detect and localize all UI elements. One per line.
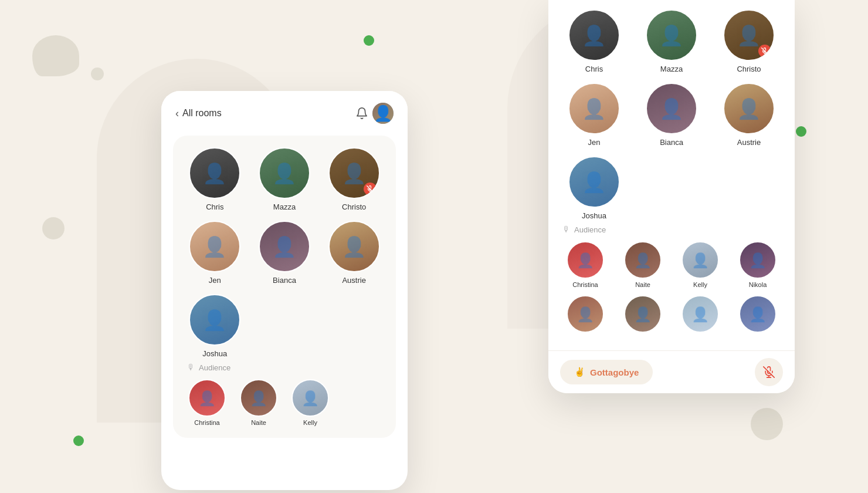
- audience-name: Christina: [194, 419, 219, 426]
- audience-avatar: 👤: [739, 241, 777, 279]
- speaker-avatar: 👤: [189, 294, 240, 346]
- blob-decoration-circle-right-bottom: [751, 408, 783, 440]
- speaker-name: Chris: [206, 202, 223, 211]
- audience-avatar: 👤: [624, 241, 662, 279]
- bell-icon[interactable]: [351, 103, 372, 124]
- right-phone-content: 👤Chris👤Mazza👤Christo👤Jen👤Bianca👤Austrie👤…: [548, 0, 795, 393]
- speaker-name: Jen: [588, 138, 601, 147]
- speaker-item[interactable]: 👤Joshua: [185, 294, 245, 358]
- gottagobye-label: Gottagobye: [590, 367, 639, 377]
- speaker-item[interactable]: 👤Chris: [560, 9, 628, 73]
- speaker-avatar: 👤: [328, 147, 380, 199]
- audience-item[interactable]: 👤Nikola: [733, 241, 783, 288]
- gottagobye-emoji: ✌️: [574, 367, 585, 377]
- speaker-item[interactable]: 👤Christo: [715, 9, 783, 73]
- speaker-avatar: 👤: [259, 147, 310, 199]
- speaker-name: Austrie: [737, 138, 761, 147]
- speaker-item[interactable]: 👤Jen: [560, 83, 628, 147]
- header-title: All rooms: [182, 108, 222, 119]
- audience-name: Kelly: [693, 281, 707, 288]
- speaker-item[interactable]: 👤Joshua: [560, 156, 628, 220]
- speaker-item[interactable]: 👤Chris: [185, 147, 245, 211]
- speaker-name: Christo: [737, 65, 761, 73]
- speaker-avatar: 👤: [568, 9, 620, 61]
- speaker-item[interactable]: 👤Bianca: [638, 83, 706, 147]
- mic-icon: 🎙: [187, 363, 195, 372]
- blob-decoration-circle-left: [42, 217, 65, 239]
- audience-item[interactable]: 👤Naite: [618, 241, 668, 288]
- audience-avatar: 👤: [240, 379, 277, 417]
- blob-decoration-green-top-center: [364, 35, 374, 46]
- speaker-name: Jen: [209, 276, 221, 285]
- speaker-name: Mazza: [660, 65, 683, 73]
- back-arrow-icon: ‹: [175, 107, 179, 120]
- muted-badge: [364, 183, 377, 195]
- speaker-item[interactable]: 👤Mazza: [255, 147, 315, 211]
- mute-button[interactable]: [755, 358, 783, 386]
- audience-item[interactable]: 👤Christina: [560, 241, 611, 288]
- audience-item[interactable]: 👤: [618, 295, 668, 333]
- speaker-avatar: 👤: [189, 221, 240, 272]
- audience-avatar: 👤: [681, 295, 719, 333]
- back-button[interactable]: ‹ All rooms: [175, 107, 222, 120]
- bottom-bar: ✌️ Gottagobye: [548, 350, 795, 393]
- audience-name: Christina: [572, 281, 598, 288]
- phone-header: ‹ All rooms 👤: [161, 91, 408, 131]
- audience-label: Audience: [199, 363, 230, 372]
- speaker-avatar: 👤: [328, 221, 380, 272]
- audience-item[interactable]: 👤Naite: [236, 379, 281, 426]
- speaker-item[interactable]: 👤Austrie: [715, 83, 783, 147]
- audience-avatar: 👤: [291, 379, 329, 417]
- audience-name: Naite: [635, 281, 650, 288]
- speaker-name: Bianca: [660, 138, 683, 147]
- phone-content: 👤Chris👤Mazza👤Christo👤Jen👤Bianca👤Austrie👤…: [161, 131, 408, 489]
- speaker-name: Mazza: [273, 202, 296, 211]
- speakers-grid: 👤Chris👤Mazza👤Christo👤Jen👤Bianca👤Austrie👤…: [185, 147, 384, 358]
- speaker-item[interactable]: 👤Austrie: [324, 221, 384, 285]
- audience-item[interactable]: 👤: [675, 295, 725, 333]
- speaker-avatar: 👤: [646, 9, 697, 61]
- audience-item[interactable]: 👤: [733, 295, 783, 333]
- audience-name: Nikola: [749, 281, 767, 288]
- right-audience-section-label: 🎙 Audience: [560, 225, 783, 234]
- blob-decoration-m: [32, 35, 79, 76]
- right-mic-icon: 🎙: [562, 225, 571, 234]
- audience-avatar: 👤: [739, 295, 777, 333]
- right-audience-label: Audience: [574, 225, 606, 234]
- right-audience-grid: 👤Christina👤Naite👤Kelly👤Nikola👤👤👤👤: [560, 241, 783, 333]
- speaker-item[interactable]: 👤Christo: [324, 147, 384, 211]
- speaker-name: Joshua: [582, 211, 606, 220]
- speaker-name: Chris: [585, 65, 603, 73]
- speaker-avatar: 👤: [723, 83, 775, 134]
- blob-decoration-dot1: [91, 67, 104, 80]
- audience-item[interactable]: 👤: [560, 295, 611, 333]
- blob-decoration-green-bottom-left: [73, 435, 84, 446]
- audience-avatar: 👤: [681, 241, 719, 279]
- speaker-avatar: 👤: [189, 147, 240, 199]
- speaker-avatar: 👤: [568, 156, 620, 208]
- audience-avatar: 👤: [567, 295, 604, 333]
- speaker-avatar: 👤: [723, 9, 775, 61]
- speaker-item[interactable]: 👤Bianca: [255, 221, 315, 285]
- audience-avatar: 👤: [624, 295, 662, 333]
- speaker-avatar: 👤: [646, 83, 697, 134]
- right-phone: 👤Chris👤Mazza👤Christo👤Jen👤Bianca👤Austrie👤…: [548, 0, 795, 393]
- room-card: 👤Chris👤Mazza👤Christo👤Jen👤Bianca👤Austrie👤…: [173, 136, 396, 438]
- speaker-avatar: 👤: [259, 221, 310, 272]
- speaker-item[interactable]: 👤Mazza: [638, 9, 706, 73]
- speaker-name: Austrie: [342, 276, 365, 285]
- right-speakers-grid: 👤Chris👤Mazza👤Christo👤Jen👤Bianca👤Austrie👤…: [560, 9, 783, 220]
- audience-avatar: 👤: [188, 379, 226, 417]
- audience-item[interactable]: 👤Kelly: [675, 241, 725, 288]
- audience-section-label: 🎙 Audience: [185, 363, 384, 372]
- audience-grid: 👤Christina👤Naite👤Kelly: [185, 379, 384, 426]
- speaker-name: Bianca: [273, 276, 296, 285]
- audience-item[interactable]: 👤Christina: [185, 379, 229, 426]
- audience-item[interactable]: 👤Kelly: [288, 379, 333, 426]
- user-avatar[interactable]: 👤: [372, 103, 394, 124]
- speaker-name: Joshua: [202, 349, 227, 358]
- speaker-avatar: 👤: [568, 83, 620, 134]
- audience-name: Kelly: [303, 419, 317, 426]
- speaker-item[interactable]: 👤Jen: [185, 221, 245, 285]
- gottagobye-button[interactable]: ✌️ Gottagobye: [560, 360, 653, 384]
